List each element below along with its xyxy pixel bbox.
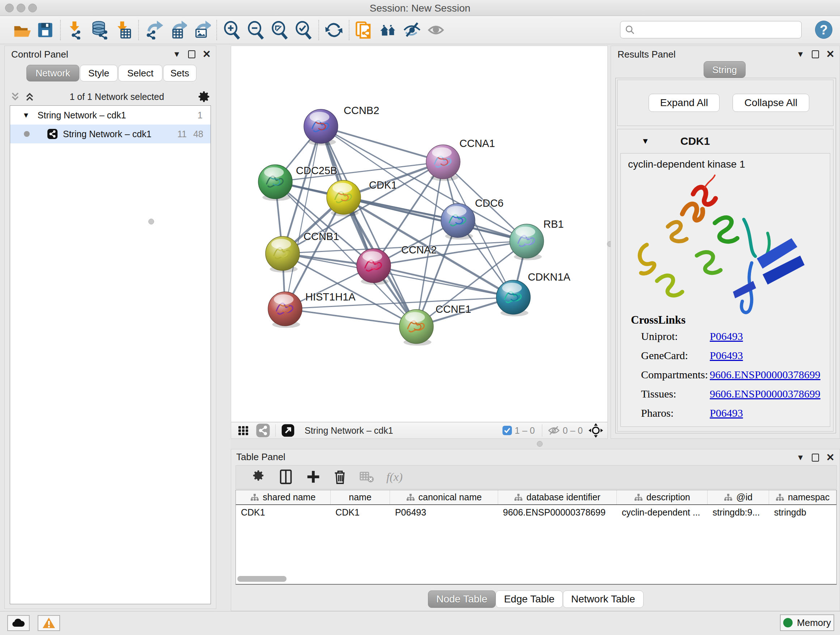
node-RB1[interactable] (510, 224, 544, 260)
window-title: Session: New Session (0, 3, 840, 14)
table-row[interactable]: CDK1CDK1P064939606.ENSP00000378699cyclin… (236, 505, 836, 520)
search-field[interactable] (620, 21, 802, 38)
zoom-out-button[interactable] (244, 19, 268, 41)
home-apps-button[interactable] (376, 19, 400, 41)
edge-CCNB2-CCNA1[interactable] (321, 126, 443, 162)
zoom-fit-button[interactable] (268, 19, 292, 41)
panel-menu-icon[interactable]: ▼ (797, 50, 805, 59)
panel-float-icon[interactable] (812, 454, 819, 462)
save-button[interactable] (33, 19, 57, 41)
export-network-button[interactable] (142, 19, 166, 41)
zoom-in-button[interactable] (220, 19, 244, 41)
node-CDC6[interactable] (441, 203, 475, 240)
table-delete-button[interactable] (354, 469, 381, 486)
column-header-name[interactable]: name (330, 490, 390, 505)
tab-edge-table[interactable]: Edge Table (496, 591, 563, 608)
add-button[interactable] (300, 469, 327, 486)
node-CCNB1[interactable] (265, 236, 300, 272)
column-header-description[interactable]: description (617, 490, 707, 505)
crosslink-link[interactable]: 9606.ENSP00000378699 (710, 369, 821, 381)
selected-checkbox-icon[interactable] (502, 425, 513, 436)
zoom-in-icon (223, 21, 241, 40)
trash-button[interactable] (327, 469, 354, 486)
network-selection-status: 1 of 1 Network selected (36, 92, 197, 102)
expand-all-icon[interactable] (24, 91, 36, 103)
panel-menu-icon[interactable]: ▼ (173, 50, 181, 59)
refresh-button[interactable] (322, 19, 346, 41)
horizontal-scrollbar-thumb[interactable] (237, 576, 286, 582)
import-network-button[interactable] (64, 19, 88, 41)
crosslink-link[interactable]: 9606.ENSP00000378699 (710, 388, 821, 400)
crosslink-link[interactable]: P06493 (710, 330, 743, 342)
panel-float-icon[interactable] (812, 50, 819, 58)
tab-string[interactable]: String (704, 61, 745, 78)
columns-button[interactable] (273, 469, 300, 486)
tab-style[interactable]: Style (80, 65, 118, 81)
panel-float-icon[interactable] (188, 50, 195, 58)
network-collection-row[interactable]: ▼ String Network – cdk1 1 (10, 106, 210, 125)
clone-network-button[interactable] (352, 19, 376, 41)
node-CDKN1A[interactable] (496, 280, 531, 317)
help-button[interactable]: ? (815, 21, 832, 39)
search-input[interactable] (635, 24, 794, 35)
tab-sets[interactable]: Sets (163, 65, 196, 81)
tab-network[interactable]: Network (27, 65, 79, 81)
import-database-button[interactable] (88, 19, 111, 41)
tab-node-table[interactable]: Node Table (428, 591, 496, 608)
node-CCNE1[interactable] (399, 310, 433, 346)
panel-close-icon[interactable]: ✕ (826, 454, 835, 462)
warning-button[interactable] (38, 615, 60, 631)
expand-all-button[interactable]: Expand All (649, 94, 720, 112)
node-CDK1[interactable] (327, 180, 361, 217)
title-bar: Session: New Session (0, 0, 840, 16)
show-all-button[interactable] (424, 19, 448, 41)
network-row[interactable]: String Network – cdk1 11 48 (10, 125, 210, 143)
export-table-button[interactable] (166, 19, 189, 41)
horizontal-splitter[interactable] (231, 439, 840, 449)
column-header-shared-name[interactable]: shared name (236, 490, 330, 505)
collapse-all-button[interactable]: Collapse All (733, 94, 809, 112)
node-CDC25B[interactable] (258, 165, 292, 201)
column-header-namespac[interactable]: namespac (769, 490, 836, 505)
collapse-all-icon[interactable] (10, 91, 22, 103)
left-splitter-handle[interactable] (148, 219, 154, 225)
crosslink-link[interactable]: P06493 (710, 349, 743, 362)
string-view-icon[interactable] (256, 423, 270, 438)
node-CCNA1[interactable] (426, 145, 460, 181)
tab-select[interactable]: Select (118, 65, 163, 81)
zoom-selected-button[interactable] (292, 19, 316, 41)
column-header-database-identifier[interactable]: database identifier (498, 490, 616, 505)
column-header-@id[interactable]: @id (707, 490, 769, 505)
crosshair-icon[interactable] (588, 423, 604, 439)
node-label-CCNB1: CCNB1 (303, 231, 339, 242)
gear-button[interactable] (247, 469, 273, 486)
edge-CCNB2-HIST1H1A[interactable] (285, 126, 321, 309)
export-image-button[interactable] (189, 19, 213, 41)
gear-icon[interactable] (197, 90, 211, 103)
panel-close-icon[interactable]: ✕ (826, 50, 835, 58)
edge-CCNB1-CDKN1A[interactable] (283, 253, 513, 297)
panel-menu-icon[interactable]: ▼ (797, 453, 805, 462)
edge-HIST1H1A-CCNE1[interactable] (285, 309, 416, 326)
column-header-canonical-name[interactable]: canonical name (390, 490, 498, 505)
import-table-button[interactable] (111, 19, 135, 41)
open-button[interactable] (9, 19, 33, 41)
grid-mode-icon[interactable] (236, 423, 251, 438)
hide-selected-button[interactable] (400, 19, 424, 41)
splitter-handle[interactable] (537, 441, 543, 447)
detach-view-icon[interactable] (281, 423, 295, 438)
node-table[interactable]: shared name name canonical name database… (235, 490, 837, 585)
tab-network-table[interactable]: Network Table (563, 591, 644, 608)
crosslink-link[interactable]: P06493 (710, 407, 743, 419)
tree-expand-icon[interactable]: ▼ (22, 111, 30, 119)
network-canvas[interactable]: CCNB2CCNA1CDC25BCDK1CDC6RB1CCNB1CCNA2CDK… (231, 46, 608, 422)
node-label-CCNA2: CCNA2 (401, 244, 437, 256)
panel-close-icon[interactable]: ✕ (202, 50, 211, 58)
crosslink-label: Pharos: (641, 407, 674, 419)
memory-button[interactable]: Memory (780, 614, 834, 631)
node-CCNA2[interactable] (357, 249, 391, 285)
section-collapse-icon[interactable]: ▼ (641, 136, 649, 146)
cloud-button[interactable] (7, 615, 30, 631)
node-HIST1H1A[interactable] (268, 292, 302, 328)
fx-button[interactable]: f(x) (381, 469, 407, 486)
